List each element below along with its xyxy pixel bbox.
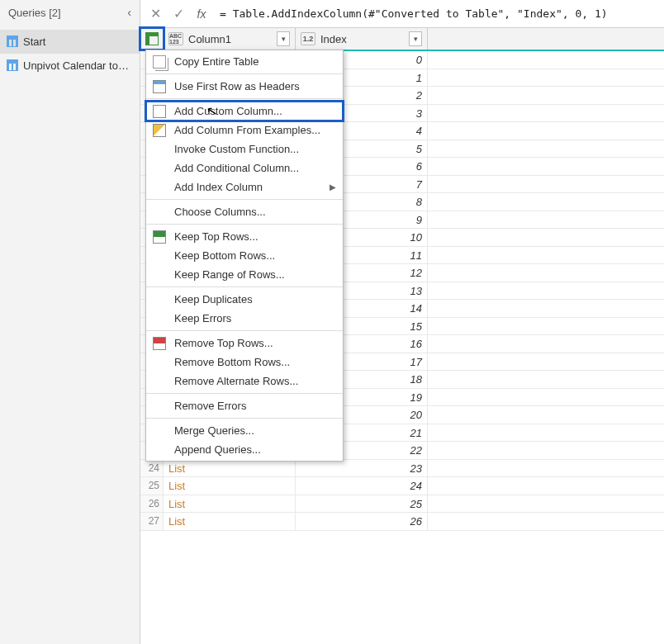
copy-icon [153, 55, 166, 69]
menu-item-add-conditional-column[interactable]: Add Conditional Column... [146, 159, 343, 178]
table-row[interactable]: 24List23 [140, 460, 664, 478]
grid-column-headers: ABC 123 Column1 ▾ 1.2 Index ▾ [140, 28, 664, 51]
menu-item-keep-bottom-rows[interactable]: Keep Bottom Rows... [146, 246, 343, 265]
menu-separator [146, 73, 343, 74]
row-number: 27 [140, 513, 164, 530]
formula-input[interactable] [213, 4, 661, 23]
query-label: Start [23, 36, 45, 48]
menu-item-label: Remove Errors [174, 400, 246, 412]
cell-index[interactable]: 26 [296, 513, 428, 530]
collapse-chevron-icon[interactable]: ‹ [127, 6, 131, 19]
table-icon [145, 32, 159, 45]
menu-item-remove-bottom-rows[interactable]: Remove Bottom Rows... [146, 353, 343, 372]
menu-item-label: Add Custom Column... [174, 105, 282, 117]
cell-column1[interactable]: List [164, 513, 296, 530]
query-label: Unpivot Calendar to T... [23, 59, 135, 72]
menu-item-label: Use First Row as Headers [174, 80, 300, 92]
menu-item-use-first-row-as-headers[interactable]: Use First Row as Headers [146, 77, 343, 96]
menu-item-label: Remove Bottom Rows... [174, 356, 290, 368]
menu-item-label: Keep Top Rows... [174, 230, 258, 243]
menu-item-append-queries[interactable]: Append Queries... [146, 440, 343, 459]
menu-item-add-column-from-examples[interactable]: Add Column From Examples... [146, 121, 343, 140]
row-number: 24 [140, 460, 164, 477]
commit-formula-icon[interactable]: ✓ [167, 2, 190, 26]
table-context-menu: Copy Entire TableUse First Row as Header… [145, 50, 344, 462]
sidebar-header: Queries [2] ‹ [0, 0, 140, 25]
menu-item-label: Keep Duplicates [174, 293, 253, 305]
menu-item-label: Keep Bottom Rows... [174, 249, 275, 262]
type-any-icon[interactable]: ABC 123 [168, 32, 183, 45]
column-header-column1[interactable]: ABC 123 Column1 ▾ [164, 28, 296, 50]
menu-item-label: Copy Entire Table [174, 55, 258, 68]
menu-item-label: Append Queries... [174, 443, 261, 456]
menu-item-add-custom-column[interactable]: Add Custom Column... [146, 102, 343, 121]
cell-column1[interactable]: List [164, 495, 296, 513]
examples-icon [153, 124, 166, 137]
menu-item-label: Add Index Column [174, 181, 263, 193]
menu-item-label: Keep Range of Rows... [174, 268, 285, 281]
menu-item-label: Remove Top Rows... [174, 337, 273, 349]
menu-item-merge-queries[interactable]: Merge Queries... [146, 421, 343, 440]
query-item-start[interactable]: Start [0, 30, 140, 54]
formula-bar: ✕ ✓ fx [140, 0, 664, 28]
menu-item-label: Choose Columns... [174, 206, 266, 218]
column-filter-dropdown-icon[interactable]: ▾ [277, 31, 290, 46]
column-name: Index [320, 33, 409, 45]
menu-item-choose-columns[interactable]: Choose Columns... [146, 202, 343, 221]
menu-item-keep-errors[interactable]: Keep Errors [146, 309, 343, 328]
menu-separator [146, 199, 343, 200]
column-filter-dropdown-icon[interactable]: ▾ [409, 31, 422, 46]
column-header-index[interactable]: 1.2 Index ▾ [296, 28, 428, 50]
column-name: Column1 [188, 33, 277, 45]
table-row[interactable]: 26List25 [140, 495, 664, 514]
menu-item-keep-top-rows[interactable]: Keep Top Rows... [146, 227, 343, 246]
cancel-formula-icon[interactable]: ✕ [144, 2, 167, 26]
menu-item-remove-errors[interactable]: Remove Errors [146, 396, 343, 415]
menu-item-label: Remove Alternate Rows... [174, 375, 298, 387]
menu-item-copy-entire-table[interactable]: Copy Entire Table [146, 52, 343, 71]
menu-separator [146, 418, 343, 419]
keep-icon [153, 230, 166, 244]
fx-icon[interactable]: fx [190, 2, 213, 26]
query-item-unpivot[interactable]: Unpivot Calendar to T... [0, 54, 140, 78]
menu-item-keep-duplicates[interactable]: Keep Duplicates [146, 290, 343, 309]
cell-index[interactable]: 23 [296, 460, 428, 477]
menu-separator [146, 98, 343, 99]
query-list: Start Unpivot Calendar to T... [0, 25, 140, 78]
menu-item-label: Merge Queries... [174, 424, 254, 437]
menu-item-add-index-column[interactable]: Add Index Column▶ [146, 178, 343, 197]
sidebar-title: Queries [2] [8, 7, 61, 19]
table-row[interactable]: 25List24 [140, 477, 664, 495]
menu-separator [146, 330, 343, 331]
cell-column1[interactable]: List [164, 477, 296, 495]
remove-icon [153, 337, 166, 350]
submenu-arrow-icon: ▶ [330, 182, 336, 192]
type-number-icon[interactable]: 1.2 [301, 32, 315, 45]
menu-item-label: Add Conditional Column... [174, 162, 299, 174]
row-number: 25 [140, 477, 164, 495]
menu-item-invoke-custom-function[interactable]: Invoke Custom Function... [146, 140, 343, 159]
menu-item-remove-top-rows[interactable]: Remove Top Rows... [146, 334, 343, 353]
table-icon [153, 80, 166, 93]
cell-index[interactable]: 25 [296, 495, 428, 513]
table-corner-button[interactable] [140, 28, 164, 50]
row-number: 26 [140, 495, 164, 513]
menu-item-remove-alternate-rows[interactable]: Remove Alternate Rows... [146, 372, 343, 391]
table-icon [7, 36, 18, 47]
menu-item-label: Invoke Custom Function... [174, 143, 299, 155]
cell-column1[interactable]: List [164, 460, 296, 477]
menu-separator [146, 286, 343, 287]
table-row[interactable]: 27List26 [140, 513, 664, 531]
custom-icon [153, 105, 166, 118]
menu-separator [146, 224, 343, 225]
queries-sidebar: Queries [2] ‹ Start Unpivot Calendar to … [0, 0, 140, 644]
menu-item-keep-range-of-rows[interactable]: Keep Range of Rows... [146, 265, 343, 284]
menu-item-label: Keep Errors [174, 312, 231, 324]
table-icon [7, 59, 18, 71]
menu-separator [146, 393, 343, 394]
menu-item-label: Add Column From Examples... [174, 124, 320, 136]
cell-index[interactable]: 24 [296, 477, 428, 495]
